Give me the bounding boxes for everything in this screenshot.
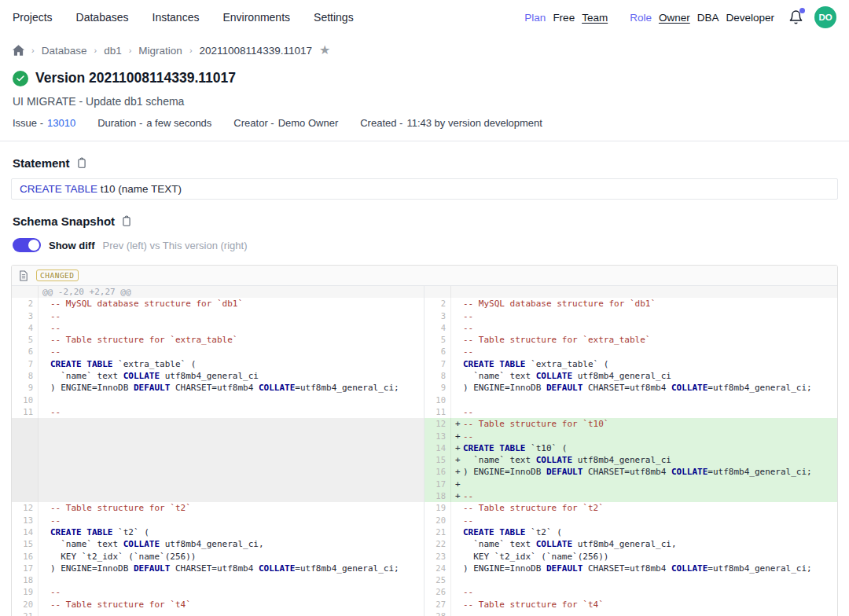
line-number	[12, 454, 39, 466]
diff-row: 15 `name` text COLLATE utf8mb4_general_c…	[12, 538, 424, 550]
meta-created-value: 11:43 by version development	[406, 117, 542, 129]
document-icon	[19, 270, 28, 281]
code-line: --	[451, 346, 837, 358]
star-icon[interactable]: ★	[319, 44, 330, 57]
diff-marker: +	[455, 418, 463, 430]
plan-team-link[interactable]: Team	[582, 12, 608, 24]
section-divider	[0, 141, 849, 141]
diff-row: 12+-- Table structure for `t10`	[424, 418, 837, 430]
line-number: 6	[12, 346, 39, 358]
code-line: +) ENGINE=InnoDB DEFAULT CHARSET=utf8mb4…	[451, 466, 837, 478]
code-line: KEY `t2_idx` (`name`(256))	[39, 551, 424, 563]
nav-item-environments[interactable]: Environments	[222, 11, 290, 24]
code-line: CREATE TABLE `extra_table` (	[39, 358, 424, 370]
diff-row: 5-- Table structure for `extra_table`	[12, 334, 424, 346]
diff-header: CHANGED	[12, 266, 837, 286]
line-number: 13	[12, 515, 39, 526]
line-number: 3	[424, 310, 451, 322]
code-line: -- MySQL database structure for `db1`	[39, 298, 424, 310]
code-line: --	[39, 346, 424, 358]
meta-duration-value: a few seconds	[146, 117, 211, 129]
changed-status-badge: CHANGED	[36, 270, 79, 281]
diff-row: 9) ENGINE=InnoDB DEFAULT CHARSET=utf8mb4…	[12, 382, 424, 394]
nav-item-settings[interactable]: Settings	[314, 11, 354, 24]
code-line: --	[451, 322, 837, 334]
code-line	[39, 454, 424, 466]
diff-row: 16+) ENGINE=InnoDB DEFAULT CHARSET=utf8m…	[424, 466, 837, 478]
line-number: 12	[12, 502, 39, 514]
meta-creator-label: Creator -	[233, 117, 274, 129]
line-number	[12, 490, 39, 502]
breadcrumb-separator: ›	[94, 46, 97, 55]
nav-right: Plan Free Team Role Owner DBA Developer …	[524, 6, 836, 28]
code-line	[39, 478, 424, 490]
user-avatar[interactable]: DO	[814, 6, 836, 28]
show-diff-toggle[interactable]	[13, 238, 41, 252]
home-icon[interactable]	[13, 45, 24, 56]
code-line: --	[451, 310, 837, 322]
meta-created: Created - 11:43 by version development	[360, 117, 542, 129]
line-number: 26	[424, 586, 451, 598]
breadcrumb-db1[interactable]: db1	[104, 45, 122, 57]
nav-item-projects[interactable]: Projects	[13, 11, 53, 24]
line-number	[12, 286, 39, 298]
diff-toggle-row: Show diff Prev (left) vs This version (r…	[0, 238, 849, 252]
line-number: 5	[12, 334, 39, 346]
meta-issue: Issue - 13010	[13, 117, 75, 129]
line-number: 17	[424, 478, 451, 490]
show-diff-hint: Prev (left) vs This version (right)	[103, 240, 248, 251]
code-line: CREATE TABLE `extra_table` (	[451, 358, 837, 370]
diff-row: 20-- Table structure for `t4`	[12, 599, 424, 610]
diff-row: 26--	[424, 586, 837, 598]
code-line: -- Table structure for `t4`	[451, 599, 837, 610]
diff-row: 6--	[424, 346, 837, 358]
diff-row: 27-- Table structure for `t4`	[424, 599, 837, 610]
line-number: 8	[424, 370, 451, 382]
statement-section-head: Statement	[0, 156, 849, 170]
nav-item-instances[interactable]: Instances	[153, 11, 200, 24]
schema-diff-panel: CHANGED @@ -2,20 +2,27 @@2-- MySQL datab…	[11, 265, 838, 616]
code-line: --	[39, 610, 424, 616]
code-line: --	[451, 610, 837, 616]
diff-row: 21--	[12, 610, 424, 616]
line-number: 8	[12, 370, 39, 382]
role-option-dba[interactable]: DBA	[697, 12, 719, 24]
diff-row: 3--	[424, 310, 837, 322]
code-line: CREATE TABLE `t2` (	[451, 526, 837, 538]
code-line: -- Table structure for `t2`	[39, 502, 424, 514]
clipboard-copy-icon[interactable]	[76, 157, 87, 169]
issue-link[interactable]: 13010	[47, 117, 75, 129]
code-line	[39, 490, 424, 502]
code-line: + `name` text COLLATE utf8mb4_general_ci	[451, 454, 837, 466]
diff-row: 21CREATE TABLE `t2` (	[424, 526, 837, 538]
role-option-owner[interactable]: Owner	[659, 12, 690, 24]
clipboard-copy-icon[interactable]	[121, 215, 132, 227]
diff-body: @@ -2,20 +2,27 @@2-- MySQL database stru…	[12, 286, 837, 616]
breadcrumb-database[interactable]: Database	[42, 45, 87, 57]
meta-duration: Duration - a few seconds	[97, 117, 211, 129]
breadcrumb-migration[interactable]: Migration	[138, 45, 182, 57]
line-number: 13	[424, 431, 451, 442]
diff-row	[12, 478, 424, 490]
diff-row: 4--	[424, 322, 837, 334]
diff-row: 24) ENGINE=InnoDB DEFAULT CHARSET=utf8mb…	[424, 563, 837, 574]
diff-row	[12, 431, 424, 442]
diff-row: 25	[424, 574, 837, 586]
line-number: 17	[12, 563, 39, 574]
diff-row: 19-- Table structure for `t2`	[424, 502, 837, 514]
meta-created-label: Created -	[360, 117, 402, 129]
nav-item-databases[interactable]: Databases	[76, 11, 129, 24]
role-option-developer[interactable]: Developer	[726, 12, 774, 24]
diff-row: 6--	[12, 346, 424, 358]
line-number	[12, 442, 39, 454]
notification-bell-icon[interactable]	[788, 9, 803, 25]
diff-row: 19--	[12, 586, 424, 598]
line-number: 7	[424, 358, 451, 370]
line-number: 9	[424, 382, 451, 394]
line-number: 11	[12, 406, 39, 418]
meta-creator: Creator - Demo Owner	[233, 117, 338, 129]
line-number: 16	[424, 466, 451, 478]
code-line: +	[451, 478, 837, 490]
diff-right-column: 2-- MySQL database structure for `db1`3-…	[424, 286, 837, 616]
diff-marker: +	[455, 490, 463, 502]
